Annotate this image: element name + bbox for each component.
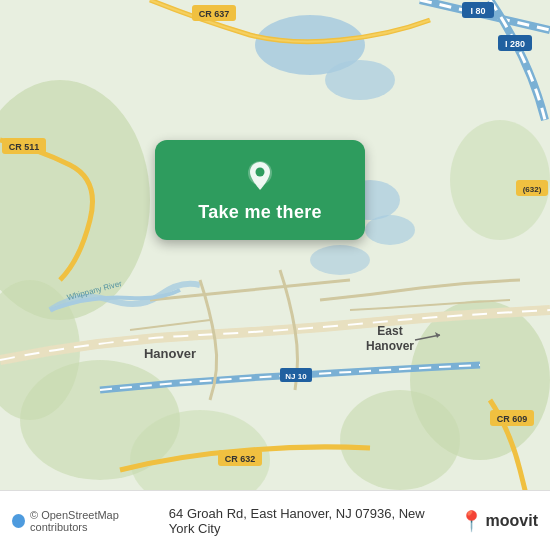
svg-text:I 280: I 280 — [505, 39, 525, 49]
attribution: © OpenStreetMap contributors — [12, 509, 169, 533]
bottom-bar: © OpenStreetMap contributors 64 Groah Rd… — [0, 490, 550, 550]
svg-text:CR 637: CR 637 — [199, 9, 230, 19]
svg-point-36 — [256, 167, 265, 176]
address-block: 64 Groah Rd, East Hanover, NJ 07936, New… — [169, 506, 538, 536]
svg-text:(632): (632) — [523, 185, 542, 194]
svg-text:NJ 10: NJ 10 — [285, 372, 307, 381]
button-label: Take me there — [198, 202, 322, 223]
svg-text:Hanover: Hanover — [144, 346, 196, 361]
svg-text:I 80: I 80 — [470, 6, 485, 16]
svg-text:CR 609: CR 609 — [497, 414, 528, 424]
address-text: 64 Groah Rd, East Hanover, NJ 07936, New… — [169, 506, 453, 536]
moovit-brand: moovit — [486, 512, 538, 530]
svg-text:Hanover: Hanover — [366, 339, 414, 353]
attribution-text: © OpenStreetMap contributors — [30, 509, 169, 533]
moovit-pin-icon: 📍 — [459, 509, 484, 533]
map-background: CR 637 I 280 CR 511 I 80 (632) NJ 10 CR … — [0, 0, 550, 490]
osm-icon — [12, 514, 25, 528]
svg-point-3 — [340, 390, 460, 490]
svg-text:East: East — [377, 324, 402, 338]
svg-text:CR 511: CR 511 — [9, 142, 40, 152]
svg-point-12 — [310, 245, 370, 275]
svg-point-9 — [325, 60, 395, 100]
svg-text:CR 632: CR 632 — [225, 454, 256, 464]
moovit-logo: 📍 moovit — [459, 509, 538, 533]
svg-point-11 — [365, 215, 415, 245]
take-me-there-button[interactable]: Take me there — [155, 140, 365, 240]
map-container: CR 637 I 280 CR 511 I 80 (632) NJ 10 CR … — [0, 0, 550, 490]
location-pin-icon — [242, 158, 278, 194]
